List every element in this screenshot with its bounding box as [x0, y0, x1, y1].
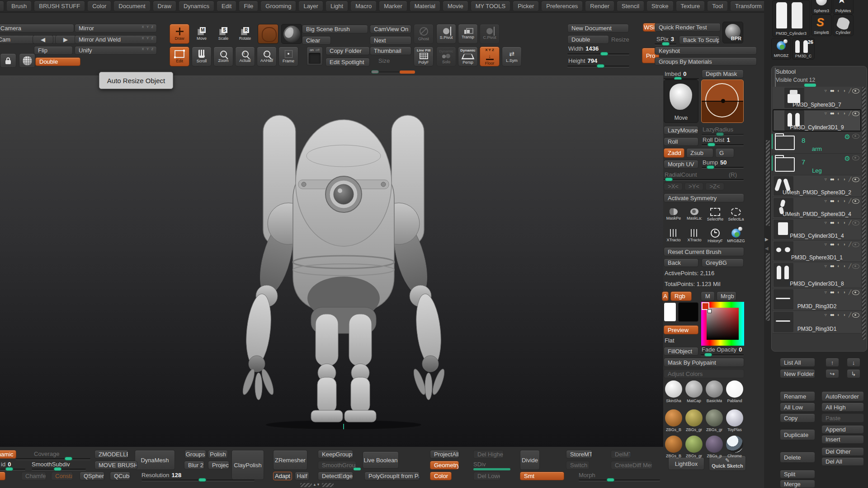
- visibility-eye-icon[interactable]: [852, 199, 859, 204]
- fade-opacity-slider[interactable]: [701, 354, 744, 356]
- subtool-row-pm3d-sphere3d1-1[interactable]: ▿●●◖◑╱PM3D_Sphere3D1_1: [773, 240, 861, 262]
- pair-circles-icon[interactable]: ●●: [830, 111, 834, 116]
- contrast-icon[interactable]: ◑: [843, 220, 845, 225]
- adapt-button[interactable]: Adapt: [273, 472, 292, 480]
- flip-icon[interactable]: ▿: [825, 111, 827, 116]
- flip-icon[interactable]: ▿: [825, 88, 827, 93]
- color-button[interactable]: Color: [430, 472, 452, 480]
- camview-toggle-button[interactable]: CamView On: [370, 25, 411, 33]
- smoothsubdiv-slider-handle[interactable]: [54, 467, 61, 471]
- paint-mrgb-button[interactable]: Mrgb: [717, 291, 736, 301]
- bpr-button[interactable]: BPR: [722, 22, 743, 43]
- subtool-scrollbar[interactable]: [862, 87, 866, 340]
- panel-collapse-arrow2[interactable]: ◀: [765, 246, 769, 251]
- material-zbgs-b-8[interactable]: ZBGs_B: [664, 436, 684, 461]
- flip-icon[interactable]: ▿: [825, 177, 827, 182]
- texture-button[interactable]: [19, 53, 35, 68]
- resolution-slider[interactable]: [142, 479, 255, 481]
- brush-stroke-preview[interactable]: Move: [664, 80, 698, 123]
- tool-thumb-sphere3[interactable]: Sphere3: [811, 0, 832, 14]
- menu-item-grooming[interactable]: Grooming: [260, 1, 296, 11]
- menu-item-material[interactable]: Material: [410, 1, 440, 11]
- doc-height-slider-handle[interactable]: [597, 64, 604, 68]
- size-slider-handle[interactable]: [371, 70, 379, 74]
- tool-thumb-simpleb[interactable]: SimpleB: [811, 14, 832, 36]
- zsub-button[interactable]: Zsub: [686, 148, 713, 158]
- scroll-button[interactable]: Scroll: [192, 47, 212, 66]
- panel-scrollbar[interactable]: [766, 253, 770, 321]
- smoothsubdiv-slider[interactable]: [32, 469, 86, 470]
- fillobject-button[interactable]: FillObject: [664, 347, 698, 356]
- brush-mrgbzgrabber[interactable]: MRGBZG: [726, 225, 746, 246]
- pair-circles-icon[interactable]: ●●: [830, 263, 834, 268]
- menu-item-transform[interactable]: Transform: [730, 1, 764, 11]
- main-color-swatch[interactable]: [664, 302, 676, 322]
- camview-next-button[interactable]: Next: [370, 36, 411, 45]
- material-toyplas-7[interactable]: ToyPlas: [725, 409, 745, 435]
- move-out-folder-button[interactable]: ↳: [847, 369, 860, 378]
- pair-circles-icon[interactable]: ●●: [830, 198, 834, 203]
- thumbnail-button[interactable]: Thumbnail: [370, 47, 411, 55]
- contrast-icon[interactable]: ◑: [843, 242, 845, 247]
- copy-button[interactable]: Copy: [780, 413, 815, 422]
- brush-icon[interactable]: ╱: [849, 88, 851, 93]
- menu-item-tool[interactable]: Tool: [707, 1, 728, 11]
- bottom-scroll-hatch[interactable]: [300, 483, 312, 487]
- subtool-row-pm3d-cylinder3d1-9[interactable]: ▿●●◖◑╱PM3D_Cylinder3D1_9: [773, 109, 861, 132]
- visibility-eye-icon[interactable]: [852, 155, 859, 160]
- gear-icon[interactable]: ⚙: [844, 155, 850, 163]
- contrast-icon[interactable]: ◑: [843, 177, 845, 182]
- del-higher-button[interactable]: Del Higher: [473, 450, 504, 459]
- qcube-button[interactable]: QCube: [110, 472, 130, 480]
- pair-circles-icon[interactable]: ●●: [830, 88, 834, 93]
- edit-mode-button[interactable]: Edit: [170, 47, 189, 66]
- actual-button[interactable]: 1Actual: [235, 47, 255, 66]
- half-button[interactable]: Half: [295, 472, 309, 480]
- mirror-x-button[interactable]: >X<: [664, 183, 683, 190]
- prev-cam-button[interactable]: ◀: [33, 35, 53, 44]
- crescent-icon[interactable]: ◖: [837, 220, 840, 225]
- material-zbgs-p-10[interactable]: ZBGs_p: [704, 436, 724, 461]
- mirror-z-button[interactable]: >Z<: [705, 183, 724, 190]
- tool-thumb-polymes[interactable]: PolyMes: [833, 0, 854, 14]
- toggle-rocker[interactable]: [309, 53, 321, 64]
- visibility-eye-icon[interactable]: [852, 313, 859, 318]
- g-button[interactable]: G: [715, 148, 734, 158]
- delete-button[interactable]: Delete: [780, 452, 815, 463]
- local-symmetry-button[interactable]: L.Sym: [502, 47, 522, 66]
- mask-by-polypaint-button[interactable]: Mask By Polypaint: [664, 358, 744, 367]
- scale-mode-button[interactable]: SScale: [213, 24, 233, 44]
- roll-button[interactable]: Roll: [664, 137, 698, 146]
- live-boolean-button[interactable]: Live Boolean: [363, 451, 399, 469]
- tool-thumb-pm3d-cylinder3[interactable]: PM3D_Cylinder3: [772, 0, 810, 37]
- brush-icon[interactable]: ╱: [849, 177, 851, 182]
- aahalf-button[interactable]: ▫AAHalf: [257, 47, 277, 66]
- cpivot-button[interactable]: C.Pivot: [480, 24, 500, 44]
- delmt-button[interactable]: DelMT: [611, 450, 631, 459]
- activate-symmetry-button[interactable]: Activate Symmetry: [664, 193, 744, 202]
- flip-icon[interactable]: ▿: [825, 198, 827, 203]
- spotlight-toggle[interactable]: onoff: [307, 47, 323, 66]
- roll-dist-slider-handle[interactable]: [708, 143, 715, 146]
- brush-icon[interactable]: ╱: [849, 290, 851, 295]
- solo-button[interactable]: DynamicSolo: [436, 47, 456, 66]
- quick-render-test-button[interactable]: Quick Render Test: [655, 23, 721, 32]
- alpha-preview[interactable]: [701, 80, 744, 123]
- id-slider[interactable]: [0, 469, 25, 470]
- menu-item-dynamics[interactable]: Dynamics: [179, 1, 214, 11]
- brush-history[interactable]: HistoryF: [705, 225, 725, 246]
- crescent-icon[interactable]: ◖: [837, 290, 840, 295]
- ghost-button[interactable]: Ghost: [414, 24, 434, 44]
- subtool-row-pm3d-ring3d1[interactable]: ▿●●◖◑╱PM3D_Ring3D1: [773, 311, 861, 333]
- menu-item-marker[interactable]: Marker: [379, 1, 407, 11]
- material-zbgs-gr-9[interactable]: ZBGs_gr: [684, 436, 704, 461]
- menu-item-movie[interactable]: Movie: [443, 1, 468, 11]
- chamfer-button[interactable]: Chamfer: [21, 472, 46, 480]
- menu-item-preferences[interactable]: Preferences: [541, 1, 583, 11]
- pair-circles-icon[interactable]: ●●: [830, 242, 834, 247]
- brush-icon[interactable]: ╱: [849, 263, 851, 268]
- transp-button[interactable]: Transp: [458, 24, 478, 44]
- zoom-button[interactable]: ↕Zoom: [213, 47, 233, 66]
- merge-button[interactable]: Merge: [780, 480, 815, 488]
- current-material-preview[interactable]: [281, 24, 302, 44]
